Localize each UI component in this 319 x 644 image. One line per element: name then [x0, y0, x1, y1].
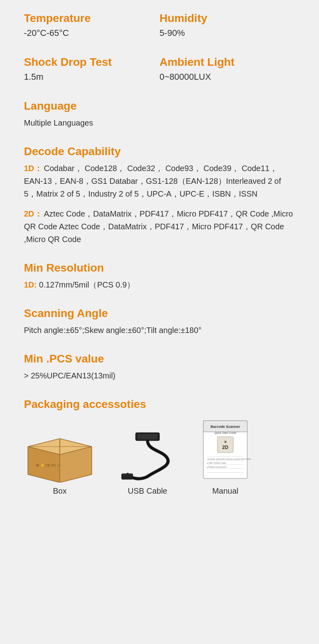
min-res-1d-label: 1D:	[24, 280, 37, 289]
humidity-value: 5-90%	[160, 28, 295, 38]
cable-label: USB Cable	[128, 486, 167, 496]
temperature-label: Temperature	[24, 12, 160, 25]
decode-2d-label: 2D：	[24, 209, 42, 218]
svg-text:• Scanner ● Barcode scanner ● : • Scanner ● Barcode scanner ● Quick Star…	[207, 458, 251, 460]
box-icon: ♻ ⚡ CE FC ✓	[24, 427, 96, 483]
shock-drop-value: 1.5m	[24, 72, 160, 82]
humidity-label: Humidity	[160, 12, 295, 25]
min-pcs-value: > 25%UPC/EAN13(13mil)	[24, 369, 295, 382]
packaging-title: Packaging accessoties	[24, 398, 295, 411]
shock-drop-col: Shock Drop Test 1.5m	[24, 56, 160, 84]
min-resolution-value: 1D: 0.127mm/5mil（PCS 0.9）	[24, 278, 295, 291]
language-label: Language	[24, 100, 295, 112]
manual-label: Manual	[212, 486, 238, 496]
temperature-value: -20°C-65°C	[24, 28, 160, 38]
accessory-box: ♻ ⚡ CE FC ✓ Box	[24, 427, 96, 496]
svg-text:2D: 2D	[222, 445, 228, 450]
decode-1d-block: 1D： Codabar， Code128， Code32， Code93， Co…	[24, 162, 295, 200]
scanning-angle-title: Scanning Angle	[24, 307, 295, 320]
shock-drop-label: Shock Drop Test	[24, 56, 160, 69]
accessory-cable: USB Cable	[112, 431, 183, 496]
scanning-angle-section: Scanning Angle Pitch angle:±65°;Skew ang…	[24, 307, 295, 337]
svg-text:● Product Accessories: ● Product Accessories	[207, 466, 226, 468]
language-section: Language Multiple Languages	[24, 100, 295, 129]
usb-cable-icon	[112, 431, 183, 483]
min-pcs-section: Min .PCS value > 25%UPC/EAN13(13mil)	[24, 353, 295, 382]
svg-text:● USB / RS232 Cable: ● USB / RS232 Cable	[207, 462, 226, 464]
min-resolution-title: Min Resolution	[24, 262, 295, 274]
box-label: Box	[53, 486, 67, 496]
language-value: Multiple Languages	[24, 116, 295, 129]
humidity-col: Humidity 5-90%	[160, 12, 295, 40]
shock-ambient-section: Shock Drop Test 1.5m Ambient Light 0~800…	[24, 56, 295, 84]
accessory-manual: Barcode Scanner Quick Start Guide ▣ 2D •…	[199, 419, 251, 496]
ambient-light-label: Ambient Light	[160, 56, 295, 69]
min-pcs-title: Min .PCS value	[24, 353, 295, 365]
svg-text:Barcode Scanner: Barcode Scanner	[211, 425, 240, 429]
svg-text:♻ ⚡ CE FC ✓: ♻ ⚡ CE FC ✓	[36, 463, 61, 468]
ambient-light-value: 0~80000LUX	[160, 72, 295, 82]
decode-1d-value: Codabar， Code128， Code32， Code93， Code39…	[24, 164, 281, 198]
temperature-col: Temperature -20°C-65°C	[24, 12, 160, 40]
min-resolution-section: Min Resolution 1D: 0.127mm/5mil（PCS 0.9）	[24, 262, 295, 291]
svg-text:▣: ▣	[224, 440, 227, 443]
manual-icon: Barcode Scanner Quick Start Guide ▣ 2D •…	[199, 419, 251, 483]
packaging-section: Packaging accessoties ♻ ⚡ CE FC ✓ Box	[24, 398, 295, 496]
decode-1d-label: 1D：	[24, 164, 42, 173]
temp-humidity-section: Temperature -20°C-65°C Humidity 5-90%	[24, 12, 295, 40]
ambient-light-col: Ambient Light 0~80000LUX	[160, 56, 295, 84]
decode-section: Decode Capability 1D： Codabar， Code128， …	[24, 145, 295, 246]
decode-2d-value: Aztec Code，DataMatrix，PDF417，Micro PDF41…	[24, 209, 293, 244]
svg-rect-8	[138, 434, 158, 439]
decode-2d-block: 2D： Aztec Code，DataMatrix，PDF417，Micro P…	[24, 207, 295, 246]
svg-text:Quick Start Guide: Quick Start Guide	[214, 431, 236, 435]
min-res-1d-value: 0.127mm/5mil（PCS 0.9）	[39, 280, 135, 289]
decode-title: Decode Capability	[24, 145, 295, 158]
accessories-row: ♻ ⚡ CE FC ✓ Box USB Cable	[24, 419, 295, 496]
scanning-angle-value: Pitch angle:±65°;Skew angle:±60°;Tilt an…	[24, 324, 295, 337]
